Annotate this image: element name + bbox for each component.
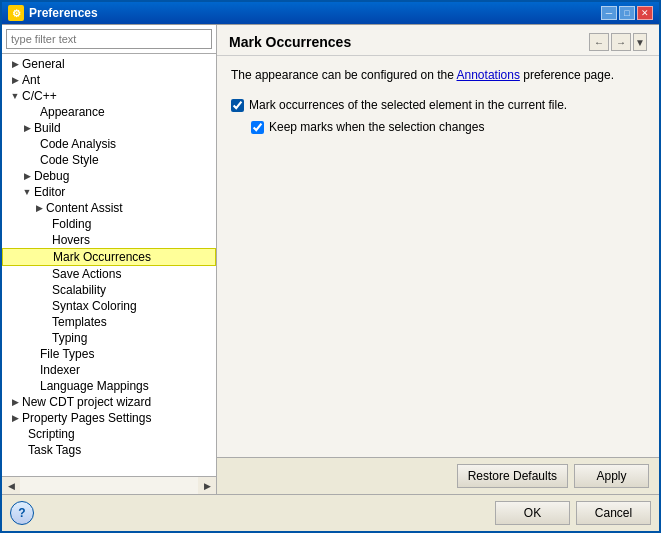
mark-occurrences-label: Mark occurrences of the selected element… [249, 98, 567, 112]
tree-label-cpp: C/C++ [22, 89, 57, 103]
tree-label-templates: Templates [52, 315, 107, 329]
title-bar-buttons: ─ □ ✕ [601, 6, 653, 20]
tree-item-templates[interactable]: · Templates [2, 314, 216, 330]
expander-new-cdt-wizard: ▶ [10, 397, 20, 407]
tree-item-hovers[interactable]: · Hovers [2, 232, 216, 248]
tree-item-mark-occurrences[interactable]: · Mark Occurrences [2, 248, 216, 266]
help-button[interactable]: ? [10, 501, 34, 525]
filter-box [2, 25, 216, 54]
tree-label-build: Build [34, 121, 61, 135]
scroll-left-button[interactable]: ◀ [2, 477, 20, 494]
back-button[interactable]: ← [589, 33, 609, 51]
title-bar-left: ⚙ Preferences [8, 5, 98, 21]
tree-label-new-cdt-wizard: New CDT project wizard [22, 395, 151, 409]
close-button[interactable]: ✕ [637, 6, 653, 20]
title-bar: ⚙ Preferences ─ □ ✕ [2, 2, 659, 24]
spacer-file-types: · [22, 349, 32, 359]
tree-label-file-types: File Types [40, 347, 94, 361]
spacer-templates: · [34, 317, 44, 327]
tree-item-editor[interactable]: ▼ Editor [2, 184, 216, 200]
nav-dropdown-button[interactable]: ▼ [633, 33, 647, 51]
description-prefix: The appearance can be configured on the [231, 68, 457, 82]
spacer-appearance: · [22, 107, 32, 117]
tree-item-scripting[interactable]: · Scripting [2, 426, 216, 442]
spacer-hovers: · [34, 235, 44, 245]
expander-editor: ▼ [22, 187, 32, 197]
restore-apply-bar: Restore Defaults Apply [217, 457, 659, 494]
keep-marks-label: Keep marks when the selection changes [269, 120, 484, 134]
checkbox2-row: Keep marks when the selection changes [231, 120, 645, 134]
tree-label-hovers: Hovers [52, 233, 90, 247]
tree-item-file-types[interactable]: · File Types [2, 346, 216, 362]
tree-label-content-assist: Content Assist [46, 201, 123, 215]
tree-label-syntax-coloring: Syntax Coloring [52, 299, 137, 313]
tree-item-general[interactable]: ▶ General [2, 56, 216, 72]
restore-defaults-button[interactable]: Restore Defaults [457, 464, 568, 488]
tree-label-debug: Debug [34, 169, 69, 183]
nav-buttons: ← → ▼ [589, 33, 647, 51]
tree-item-debug[interactable]: ▶ Debug [2, 168, 216, 184]
tree-label-typing: Typing [52, 331, 87, 345]
tree-area: ▶ General ▶ Ant ▼ C/C++ · Appearance [2, 54, 216, 476]
spacer-indexer: · [22, 365, 32, 375]
tree-item-task-tags[interactable]: · Task Tags [2, 442, 216, 458]
tree-item-build[interactable]: ▶ Build [2, 120, 216, 136]
spacer-folding: · [34, 219, 44, 229]
spacer-typing: · [34, 333, 44, 343]
tree-label-general: General [22, 57, 65, 71]
annotations-link[interactable]: Annotations [457, 68, 520, 82]
tree-item-save-actions[interactable]: · Save Actions [2, 266, 216, 282]
tree-item-typing[interactable]: · Typing [2, 330, 216, 346]
right-content: The appearance can be configured on the … [217, 56, 659, 457]
cancel-button[interactable]: Cancel [576, 501, 651, 525]
spacer-scalability: · [34, 285, 44, 295]
tree-label-ant: Ant [22, 73, 40, 87]
expander-content-assist: ▶ [34, 203, 44, 213]
left-panel: ▶ General ▶ Ant ▼ C/C++ · Appearance [2, 25, 217, 494]
filter-input[interactable] [6, 29, 212, 49]
spacer-task-tags: · [10, 445, 20, 455]
tree-label-code-style: Code Style [40, 153, 99, 167]
right-header: Mark Occurrences ← → ▼ [217, 25, 659, 56]
tree-item-code-analysis[interactable]: · Code Analysis [2, 136, 216, 152]
description: The appearance can be configured on the … [231, 66, 645, 84]
tree-item-syntax-coloring[interactable]: · Syntax Coloring [2, 298, 216, 314]
forward-button[interactable]: → [611, 33, 631, 51]
tree-item-ant[interactable]: ▶ Ant [2, 72, 216, 88]
spacer-mark-occurrences: · [35, 252, 45, 262]
tree-item-code-style[interactable]: · Code Style [2, 152, 216, 168]
expander-ant: ▶ [10, 75, 20, 85]
spacer-code-style: · [22, 155, 32, 165]
tree-label-folding: Folding [52, 217, 91, 231]
right-panel: Mark Occurrences ← → ▼ The appearance ca… [217, 25, 659, 494]
scroll-right-button[interactable]: ▶ [198, 477, 216, 494]
ok-button[interactable]: OK [495, 501, 570, 525]
tree-item-language-mappings[interactable]: · Language Mappings [2, 378, 216, 394]
tree-label-mark-occurrences: Mark Occurrences [53, 250, 151, 264]
window-title: Preferences [29, 6, 98, 20]
tree-item-folding[interactable]: · Folding [2, 216, 216, 232]
spacer-syntax-coloring: · [34, 301, 44, 311]
apply-button[interactable]: Apply [574, 464, 649, 488]
mark-occurrences-checkbox[interactable] [231, 99, 244, 112]
spacer-language-mappings: · [22, 381, 32, 391]
tree-item-new-cdt-wizard[interactable]: ▶ New CDT project wizard [2, 394, 216, 410]
tree-label-language-mappings: Language Mappings [40, 379, 149, 393]
tree-label-indexer: Indexer [40, 363, 80, 377]
tree-item-content-assist[interactable]: ▶ Content Assist [2, 200, 216, 216]
expander-property-pages: ▶ [10, 413, 20, 423]
expander-general: ▶ [10, 59, 20, 69]
maximize-button[interactable]: □ [619, 6, 635, 20]
tree-item-scalability[interactable]: · Scalability [2, 282, 216, 298]
tree-item-cpp[interactable]: ▼ C/C++ [2, 88, 216, 104]
tree-item-property-pages[interactable]: ▶ Property Pages Settings [2, 410, 216, 426]
minimize-button[interactable]: ─ [601, 6, 617, 20]
tree-item-appearance[interactable]: · Appearance [2, 104, 216, 120]
tree-item-indexer[interactable]: · Indexer [2, 362, 216, 378]
window-icon: ⚙ [8, 5, 24, 21]
page-title: Mark Occurrences [229, 34, 351, 50]
expander-debug: ▶ [22, 171, 32, 181]
spacer-scripting: · [10, 429, 20, 439]
scroll-buttons: ◀ ▶ [2, 476, 216, 494]
keep-marks-checkbox[interactable] [251, 121, 264, 134]
